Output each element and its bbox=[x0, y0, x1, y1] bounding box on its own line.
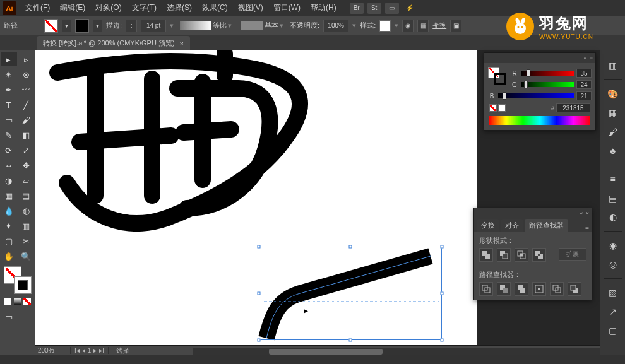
zoom-tool[interactable]: 🔍 bbox=[18, 249, 35, 263]
symbol-sprayer-tool[interactable]: ✦ bbox=[1, 219, 17, 233]
eraser-tool[interactable]: ◧ bbox=[18, 128, 35, 142]
arrange-button[interactable]: ▭ bbox=[385, 3, 399, 14]
b-input[interactable] bbox=[576, 91, 592, 100]
menu-file[interactable]: 文件(F) bbox=[20, 0, 55, 16]
gradient-mode[interactable] bbox=[14, 298, 21, 305]
handle-w[interactable] bbox=[258, 292, 261, 295]
pf-collapse-icon[interactable]: « bbox=[580, 210, 583, 216]
r-input[interactable] bbox=[576, 69, 592, 78]
artboard-number[interactable]: 1 bbox=[88, 347, 92, 354]
handle-nw[interactable] bbox=[258, 245, 261, 249]
menu-select[interactable]: 选择(S) bbox=[162, 0, 197, 16]
gradient-panel-icon[interactable]: ▤ bbox=[605, 191, 621, 206]
recolor-button[interactable]: ◉ bbox=[402, 20, 414, 32]
pf-menu-icon[interactable]: ≡ bbox=[585, 225, 589, 232]
stroke-swatch[interactable] bbox=[75, 19, 89, 33]
expand-button[interactable]: 扩展 bbox=[559, 248, 586, 261]
merge-button[interactable] bbox=[515, 282, 528, 296]
nav-next-icon[interactable]: ▸ bbox=[93, 347, 97, 354]
layers-panel-icon[interactable]: ▧ bbox=[605, 285, 621, 300]
handle-ne[interactable] bbox=[441, 245, 444, 249]
close-tab-icon[interactable]: × bbox=[180, 40, 184, 47]
stroke-dropdown[interactable]: ▾ bbox=[93, 20, 102, 32]
mesh-tool[interactable]: ▦ bbox=[1, 189, 17, 203]
divide-button[interactable] bbox=[479, 282, 493, 296]
gpu-button[interactable]: ⚡ bbox=[403, 3, 417, 14]
perspective-tool[interactable]: ▱ bbox=[18, 173, 35, 187]
stroke-weight-input[interactable] bbox=[141, 20, 166, 32]
opacity-input[interactable] bbox=[323, 20, 348, 32]
none-swatch[interactable] bbox=[489, 104, 497, 112]
document-tab[interactable]: 转换 [转换].ai* @ 200% (CMYK/GPU 预览) × bbox=[37, 36, 190, 50]
crop-button[interactable] bbox=[532, 282, 546, 296]
transparency-panel-icon[interactable]: ◐ bbox=[605, 209, 621, 225]
white-swatch[interactable] bbox=[498, 104, 506, 112]
minus-front-button[interactable] bbox=[497, 248, 511, 262]
shape-builder-tool[interactable]: ◑ bbox=[1, 173, 17, 187]
menu-window[interactable]: 窗口(W) bbox=[268, 0, 306, 16]
r-slider[interactable] bbox=[521, 71, 574, 76]
align-button[interactable]: ▦ bbox=[417, 20, 429, 32]
menu-object[interactable]: 对象(O) bbox=[90, 0, 126, 16]
nav-first-icon[interactable]: I◂ bbox=[74, 347, 80, 354]
menu-edit[interactable]: 编辑(E) bbox=[55, 0, 90, 16]
nav-last-icon[interactable]: ▸I bbox=[99, 347, 104, 354]
menu-effect[interactable]: 效果(C) bbox=[197, 0, 233, 16]
screen-mode[interactable]: ▭ bbox=[1, 310, 17, 324]
nav-prev-icon[interactable]: ◂ bbox=[82, 347, 85, 354]
tab-align[interactable]: 对齐 bbox=[501, 219, 523, 232]
handle-sw[interactable] bbox=[258, 339, 261, 342]
b-slider[interactable] bbox=[498, 93, 574, 98]
fill-dropdown[interactable]: ▾ bbox=[62, 20, 71, 32]
paintbrush-tool[interactable]: 🖌 bbox=[18, 113, 35, 127]
horizontal-scrollbar[interactable] bbox=[193, 348, 600, 355]
properties-panel-icon[interactable]: ▥ bbox=[605, 58, 621, 73]
tab-transform[interactable]: 变换 bbox=[477, 219, 499, 232]
rectangle-tool[interactable]: ▭ bbox=[1, 113, 17, 127]
color-panel-icon[interactable]: 🎨 bbox=[605, 86, 621, 102]
color-mode[interactable] bbox=[4, 298, 11, 305]
trim-button[interactable] bbox=[497, 282, 511, 296]
symbols-panel-icon[interactable]: ♣ bbox=[605, 143, 621, 158]
fill-stroke-control[interactable] bbox=[4, 266, 32, 294]
type-tool[interactable]: T bbox=[1, 98, 17, 112]
stroke-box[interactable] bbox=[14, 276, 32, 294]
pen-tool[interactable]: ✒ bbox=[1, 83, 17, 97]
hex-input[interactable] bbox=[556, 103, 590, 112]
artboards-panel-icon[interactable]: ▢ bbox=[605, 323, 621, 338]
handle-e[interactable] bbox=[441, 292, 444, 295]
zoom-display[interactable]: 200% bbox=[35, 347, 71, 354]
panel-menu-icon[interactable]: ≡ bbox=[590, 55, 593, 61]
g-slider[interactable] bbox=[521, 82, 574, 87]
panel-fill-stroke[interactable] bbox=[488, 67, 506, 85]
hand-tool[interactable]: ✋ bbox=[1, 249, 17, 263]
menu-help[interactable]: 帮助(H) bbox=[306, 0, 342, 16]
handle-se[interactable] bbox=[441, 339, 444, 342]
artwork-selected-path[interactable] bbox=[250, 227, 458, 341]
appearance-panel-icon[interactable]: ◉ bbox=[605, 238, 621, 253]
blend-tool[interactable]: ◍ bbox=[18, 204, 35, 218]
pf-close-icon[interactable]: × bbox=[586, 210, 589, 216]
outline-button[interactable] bbox=[550, 282, 564, 296]
stroke-panel-icon[interactable]: ≡ bbox=[605, 172, 621, 187]
tab-pathfinder[interactable]: 路径查找器 bbox=[525, 219, 568, 232]
selection-tool[interactable]: ▸ bbox=[1, 52, 17, 66]
bridge-button[interactable]: Br bbox=[350, 3, 364, 14]
fill-swatch[interactable] bbox=[44, 19, 58, 33]
stroke-weight-stepper[interactable]: ≑ bbox=[126, 20, 137, 32]
asset-export-panel-icon[interactable]: ↗ bbox=[605, 304, 621, 319]
exclude-button[interactable] bbox=[532, 248, 546, 262]
brushes-panel-icon[interactable]: 🖌 bbox=[605, 124, 621, 139]
menu-text[interactable]: 文字(T) bbox=[127, 0, 162, 16]
free-transform-tool[interactable]: ✥ bbox=[18, 158, 35, 172]
shaper-tool[interactable]: ✎ bbox=[1, 128, 17, 142]
none-mode[interactable] bbox=[23, 298, 31, 305]
magic-wand-tool[interactable]: ✴ bbox=[1, 68, 17, 81]
graph-tool[interactable]: ▥ bbox=[18, 219, 35, 233]
width-tool[interactable]: ↔ bbox=[1, 158, 17, 172]
menu-view[interactable]: 视图(V) bbox=[233, 0, 268, 16]
artboard-tool[interactable]: ▢ bbox=[1, 234, 17, 248]
swatches-panel-icon[interactable]: ▦ bbox=[605, 105, 621, 120]
scale-tool[interactable]: ⤢ bbox=[18, 143, 35, 157]
style-swatch[interactable] bbox=[379, 20, 391, 32]
